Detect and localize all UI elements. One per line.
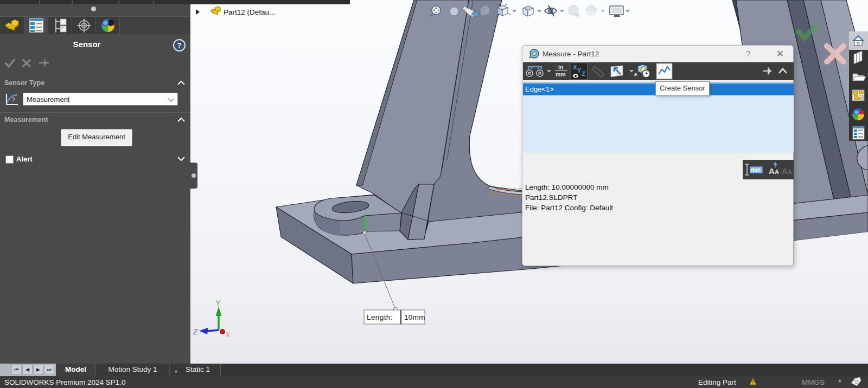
svg-text:10mm: 10mm: [404, 313, 425, 321]
svg-text:mm: mm: [751, 167, 761, 173]
svg-text:X: X: [573, 64, 577, 70]
svg-text:Z: Z: [582, 70, 585, 77]
svg-text:?: ?: [10, 95, 15, 106]
svg-text:Length:: Length:: [367, 313, 393, 321]
svg-text:Y: Y: [216, 300, 220, 307]
svg-text:!: !: [752, 379, 754, 385]
svg-text:A: A: [775, 169, 779, 175]
svg-text:A: A: [782, 166, 788, 176]
svg-text:X: X: [226, 331, 230, 339]
svg-text:A: A: [769, 166, 775, 176]
svg-text:Y: Y: [577, 67, 582, 74]
svg-text:mm: mm: [556, 71, 566, 77]
svg-text:Part12 (Defau...: Part12 (Defau...: [224, 8, 275, 16]
svg-text:Z: Z: [193, 328, 198, 336]
svg-text:A: A: [788, 169, 792, 175]
svg-text:in: in: [558, 64, 563, 70]
